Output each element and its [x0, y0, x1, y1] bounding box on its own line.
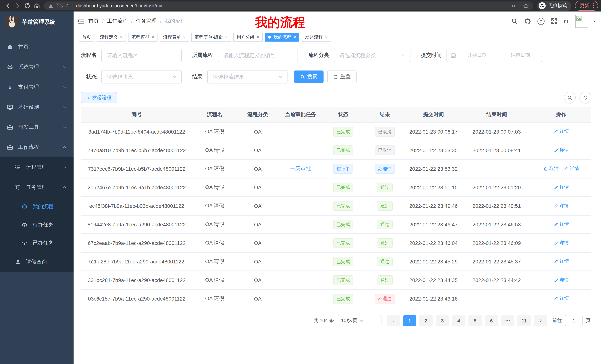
status-label: 状态 [86, 74, 97, 80]
detail-link[interactable]: 详情 [554, 203, 569, 209]
tab-process-form-edit[interactable]: 流程表单-编辑× [191, 33, 231, 42]
close-icon[interactable]: × [225, 35, 228, 40]
page-button[interactable]: 6 [485, 315, 498, 326]
avatar-caret-icon[interactable] [592, 19, 597, 23]
chevron-down-icon [172, 75, 177, 79]
sidebar-item-infrastructure[interactable]: 基础设施 [0, 97, 74, 117]
back-icon[interactable] [3, 1, 13, 10]
update-button[interactable]: 更新 [575, 1, 598, 11]
breadcrumb-item[interactable]: 任务管理 [136, 18, 157, 25]
detail-link[interactable]: 详情 [554, 221, 569, 228]
url-text[interactable]: dashboard.yudao.iocoder.cn/bpm/task/my [76, 3, 507, 8]
sidebar-item-system[interactable]: 系统管理 [0, 57, 74, 77]
font-size-icon[interactable]: tT [564, 18, 569, 24]
breadcrumb-item[interactable]: 工作流程 [107, 18, 128, 25]
goto-page-input[interactable] [565, 315, 583, 326]
page-button[interactable]: 4 [452, 315, 465, 326]
app-logo[interactable]: 芋道管理系统 [0, 11, 74, 32]
logo-image [6, 16, 18, 28]
active-dot [268, 36, 271, 38]
reload-icon[interactable] [22, 1, 32, 10]
chevron-down-icon [62, 105, 67, 109]
process-definition-input[interactable] [218, 49, 298, 62]
tab-process-model[interactable]: 流程模型× [128, 33, 158, 42]
page-button[interactable]: 2 [419, 315, 433, 326]
tab-user-group[interactable]: 用户分组× [233, 33, 263, 42]
fullscreen-icon[interactable] [551, 18, 558, 25]
next-page-icon[interactable] [534, 315, 547, 326]
close-icon[interactable]: × [151, 35, 154, 40]
sidebar-toggle-icon[interactable] [74, 11, 88, 31]
reset-button[interactable]: 重置 [327, 70, 357, 83]
page-button[interactable]: 1 [403, 315, 416, 326]
sidebar-item-process-mgmt[interactable]: 流程管理 [0, 157, 74, 177]
table-row: 67c2eaab-7b9a-11ec-a290-acde48001122 OA … [81, 234, 591, 252]
status-select[interactable] [101, 70, 182, 84]
status-badge: 已完成 [333, 257, 353, 266]
close-icon[interactable]: × [293, 35, 296, 40]
end-date-placeholder: 结束日期 [502, 52, 538, 59]
security-warning-icon[interactable] [48, 3, 53, 8]
key-icon[interactable] [512, 3, 518, 9]
more-pages-icon[interactable]: ••• [501, 315, 514, 326]
detail-link[interactable]: 详情 [564, 166, 579, 172]
browser-menu-icon[interactable] [592, 3, 595, 8]
tab-my-process[interactable]: 我的流程× [265, 33, 299, 42]
sidebar-item-task-mgmt[interactable]: 任务管理 [0, 177, 74, 197]
address-bar[interactable]: 不安全 dashboard.yudao.iocoder.cn/bpm/task/… [44, 1, 533, 10]
robot-icon [21, 203, 28, 210]
start-date-placeholder: 开始日期 [459, 52, 495, 59]
sidebar-item-done-tasks[interactable]: 已办任务 [0, 234, 74, 252]
current-task-link[interactable]: 一级审批 [290, 165, 311, 172]
search-button[interactable]: 搜索 [294, 70, 323, 83]
page-button[interactable]: 3 [436, 315, 449, 326]
chevron-up-icon [62, 185, 67, 190]
result-badge: 不通过 [375, 294, 395, 304]
prev-page-icon[interactable] [387, 315, 400, 326]
help-icon[interactable]: ? [538, 18, 545, 25]
close-icon[interactable]: × [183, 35, 186, 40]
detail-link[interactable]: 详情 [554, 184, 569, 191]
close-icon[interactable]: × [120, 35, 123, 40]
tab-process-definition[interactable]: 流程定义× [97, 33, 126, 42]
sidebar-item-devtools[interactable]: 研发工具 [0, 117, 74, 137]
detail-link[interactable]: 详情 [554, 147, 569, 153]
close-icon[interactable]: × [325, 35, 328, 40]
process-category-select[interactable] [334, 49, 411, 62]
detail-link[interactable]: 详情 [554, 240, 569, 246]
submit-time-range-picker[interactable]: 开始日期 - 结束日期 [446, 49, 542, 62]
sidebar-item-todo-tasks[interactable]: 待办任务 [0, 216, 74, 234]
sidebar-item-payment[interactable]: ¥ 支付管理 [0, 77, 74, 97]
table-search-icon[interactable] [564, 92, 576, 104]
sidebar-item-workflow[interactable]: 工作流程 [0, 137, 74, 157]
bookmark-star-icon[interactable] [523, 3, 529, 9]
github-icon[interactable] [524, 18, 531, 25]
tab-process-form[interactable]: 流程表单× [160, 33, 189, 42]
monitor-icon [7, 104, 13, 110]
detail-link[interactable]: 详情 [554, 259, 569, 265]
sidebar-item-my-process[interactable]: 我的流程 [0, 197, 74, 216]
create-process-button[interactable]: + 发起流程 [81, 92, 117, 103]
detail-link[interactable]: 详情 [554, 296, 569, 302]
status-badge: 进行中 [333, 164, 353, 174]
process-name-input[interactable] [101, 49, 182, 62]
cancel-link[interactable]: 取消 [543, 166, 559, 172]
sidebar-item-leave-query[interactable]: 请假查询 [0, 252, 74, 272]
page-button[interactable]: 11 [517, 315, 531, 326]
app-root: 不安全 dashboard.yudao.iocoder.cn/bpm/task/… [0, 0, 601, 364]
tab-home[interactable]: 首页 [79, 33, 94, 42]
close-icon[interactable]: × [257, 35, 259, 40]
avatar[interactable] [575, 15, 588, 28]
breadcrumb-item[interactable]: 首页 [88, 18, 99, 25]
home-icon[interactable] [32, 1, 42, 10]
detail-link[interactable]: 详情 [554, 277, 569, 283]
sidebar-item-home[interactable]: 首页 [0, 37, 74, 57]
search-icon[interactable] [511, 18, 518, 25]
page-button[interactable]: 5 [468, 315, 482, 326]
detail-link[interactable]: 详情 [554, 129, 569, 135]
tab-start-process[interactable]: 发起流程× [302, 33, 331, 42]
page-size-select[interactable]: 10条/页 [338, 315, 381, 326]
forward-icon[interactable] [13, 1, 22, 10]
table-refresh-icon[interactable] [580, 92, 591, 104]
result-select[interactable] [207, 70, 288, 84]
